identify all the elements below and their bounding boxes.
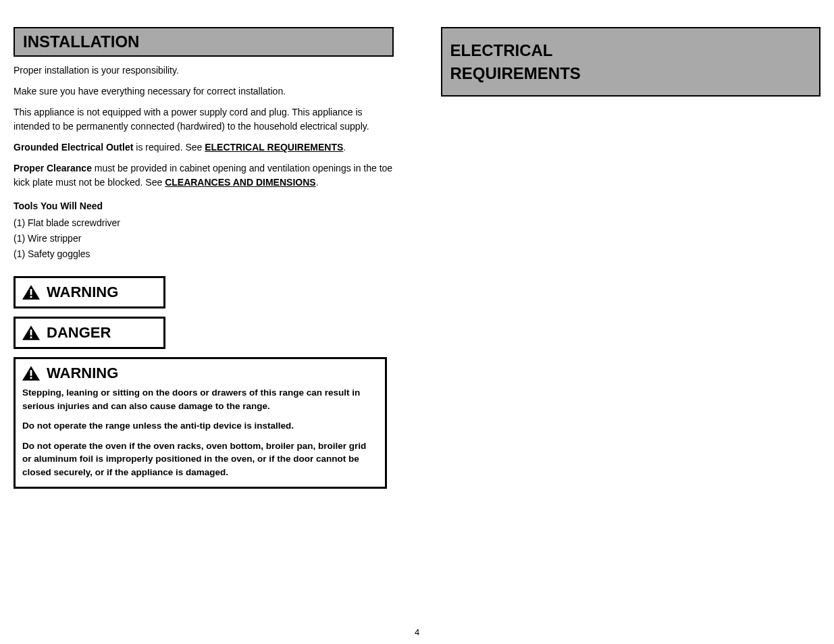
intro-para-1: Proper installation is your responsibili… <box>14 63 394 78</box>
alert-triangle-icon <box>22 366 40 381</box>
warning-box-1: WARNING <box>14 276 165 308</box>
svg-rect-0 <box>30 289 32 295</box>
electrical-line-1: ELECTRICAL <box>450 39 812 62</box>
warning-label-1: WARNING <box>47 284 118 301</box>
warning-full-body-1: Stepping, leaning or sitting on the door… <box>22 386 377 412</box>
tools-heading: Tools You Will Need <box>14 199 394 213</box>
electrical-line-2: REQUIREMENTS <box>450 62 812 85</box>
danger-row: DANGER <box>22 324 155 342</box>
alert-triangle-icon <box>22 285 40 300</box>
svg-rect-5 <box>30 377 32 379</box>
svg-rect-3 <box>30 336 32 338</box>
warning-row-1: WARNING <box>22 284 155 301</box>
alert-triangle-icon <box>22 325 40 340</box>
warning-full-row: WARNING <box>22 365 377 382</box>
svg-rect-1 <box>30 296 32 298</box>
warning-box-full: WARNING Stepping, leaning or sitting on … <box>14 357 387 489</box>
svg-rect-4 <box>30 370 32 376</box>
right-column: ELECTRICAL REQUIREMENTS <box>441 27 821 497</box>
two-column-layout: INSTALLATION Proper installation is your… <box>14 27 820 497</box>
grounded-outlet-para: Grounded Electrical Outlet is required. … <box>14 140 394 155</box>
clearances-link: CLEARANCES AND DIMENSIONS <box>165 177 316 188</box>
tool-1: (1) Flat blade screwdriver <box>14 216 394 230</box>
clearances-tail: . <box>316 177 319 188</box>
tools-heading-text: Tools You Will Need <box>14 200 103 211</box>
installation-header: INSTALLATION <box>14 27 394 57</box>
svg-rect-2 <box>30 329 32 336</box>
grounded-bold: Grounded Electrical Outlet <box>14 142 136 153</box>
clearances-bold: Proper Clearance <box>14 163 95 173</box>
page-number: 4 <box>415 627 419 637</box>
danger-label: DANGER <box>47 324 111 342</box>
intro-para-2: Make sure you have everything necessary … <box>14 84 394 99</box>
warning-full-body-2: Do not operate the range unless the anti… <box>22 419 377 433</box>
warning-full-label: WARNING <box>47 365 118 382</box>
warning-full-body-3: Do not operate the oven if the oven rack… <box>22 439 377 479</box>
intro-para-3: This appliance is not equipped with a po… <box>14 105 394 134</box>
grounded-tail: . <box>343 142 346 153</box>
electrical-requirements-header: ELECTRICAL REQUIREMENTS <box>441 27 821 97</box>
left-column: INSTALLATION Proper installation is your… <box>14 27 394 497</box>
tool-2: (1) Wire stripper <box>14 232 394 246</box>
tool-3: (1) Safety goggles <box>14 247 394 261</box>
grounded-link: ELECTRICAL REQUIREMENTS <box>205 142 343 153</box>
danger-box: DANGER <box>14 317 165 349</box>
grounded-plain: is required. See <box>136 142 205 153</box>
clearances-para: Proper Clearance must be provided in cab… <box>14 161 394 190</box>
